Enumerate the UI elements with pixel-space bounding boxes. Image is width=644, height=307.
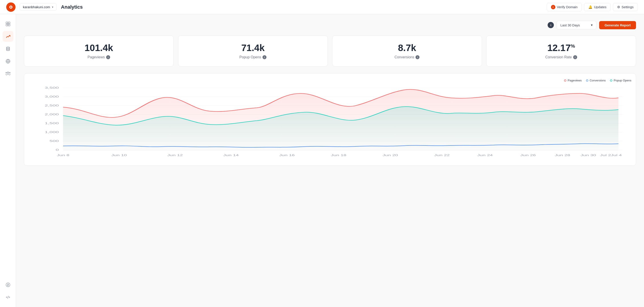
svg-text:2,500: 2,500	[45, 104, 59, 107]
svg-point-1	[10, 6, 12, 8]
settings-button[interactable]: ⚙ Settings	[613, 3, 638, 11]
sidebar-item-billing[interactable]	[3, 280, 13, 290]
svg-text:Jun 30: Jun 30	[580, 154, 596, 157]
svg-rect-2	[6, 22, 8, 24]
conversions-legend-label: Conversions	[590, 79, 606, 82]
svg-point-6	[6, 47, 10, 48]
info-icon: i	[551, 5, 556, 9]
svg-text:Jun 14: Jun 14	[223, 154, 239, 157]
legend-conversions: Conversions	[586, 79, 606, 82]
popup-legend-label: Popup Opens	[614, 79, 631, 82]
logo	[6, 2, 16, 12]
svg-point-9	[9, 72, 10, 73]
svg-text:3,500: 3,500	[45, 86, 59, 89]
popup-opens-info-icon[interactable]: i	[262, 55, 266, 59]
svg-line-12	[8, 296, 8, 299]
conversion-rate-value: 12.17%	[548, 43, 575, 53]
verify-domain-button[interactable]: i Verify Domain	[547, 3, 582, 11]
popup-legend-dot	[610, 79, 612, 82]
svg-text:Jun 16: Jun 16	[279, 154, 295, 157]
stat-card-conversion-rate: 12.17% Conversion Rate i	[486, 35, 636, 66]
stat-cards: 101.4k Pageviews i 71.4k Popup Opens i 8…	[24, 35, 636, 66]
pageviews-legend-dot	[564, 79, 566, 82]
chevron-down-icon: ▾	[52, 5, 53, 9]
chart-legend: Pageviews Conversions Popup Opens	[29, 79, 631, 82]
svg-text:1,000: 1,000	[45, 131, 59, 134]
legend-popup-opens: Popup Opens	[610, 79, 631, 82]
analytics-chart: 3,500 3,000 2,500 2,000 1,500 1,000 500 …	[29, 86, 631, 161]
sidebar-item-code[interactable]	[3, 292, 13, 303]
svg-text:Jun 18: Jun 18	[331, 154, 346, 157]
chart-container: Pageviews Conversions Popup Opens	[24, 73, 636, 166]
pageviews-legend-label: Pageviews	[568, 79, 582, 82]
updates-label: Updates	[594, 5, 606, 9]
domain-text: karanbhakuni.com	[23, 5, 50, 9]
conversions-value: 8.7k	[398, 43, 416, 53]
conversions-label: Conversions i	[394, 55, 420, 59]
pageviews-info-icon[interactable]: i	[106, 55, 110, 59]
svg-text:Jun 20: Jun 20	[382, 154, 398, 157]
stat-card-conversions: 8.7k Conversions i	[332, 35, 482, 66]
header: karanbhakuni.com ▾ Analytics i Verify Do…	[0, 0, 644, 14]
svg-point-8	[7, 72, 9, 73]
popup-opens-label: Popup Opens i	[240, 55, 266, 59]
svg-text:Jun 28: Jun 28	[555, 154, 570, 157]
svg-text:Jun 26: Jun 26	[520, 154, 536, 157]
sidebar-item-analytics[interactable]	[3, 31, 13, 42]
updates-button[interactable]: 🔔 Updates	[584, 3, 611, 11]
svg-rect-5	[8, 24, 10, 26]
svg-text:1,500: 1,500	[45, 122, 59, 125]
svg-point-10	[6, 72, 7, 73]
generate-report-button[interactable]: Generate Report	[599, 21, 636, 29]
stat-card-popup-opens: 71.4k Popup Opens i	[178, 35, 328, 66]
svg-text:0: 0	[56, 148, 59, 152]
sidebar-item-audience[interactable]	[3, 68, 13, 79]
conversion-rate-label: Conversion Rate i	[545, 55, 577, 59]
domain-selector[interactable]: karanbhakuni.com ▾	[20, 3, 57, 11]
date-range-selector[interactable]: Last 30 Days ▾	[556, 21, 596, 29]
content-area: i Last 30 Days ▾ Generate Report 101.4k …	[16, 14, 644, 307]
legend-pageviews: Pageviews	[564, 79, 582, 82]
sidebar-item-globe[interactable]	[3, 56, 13, 66]
date-range-label: Last 30 Days	[560, 23, 580, 27]
pageviews-value: 101.4k	[84, 43, 113, 53]
bell-icon: 🔔	[588, 5, 592, 9]
svg-text:2,000: 2,000	[45, 113, 59, 116]
svg-text:Jul 2: Jul 2	[600, 154, 611, 157]
svg-text:500: 500	[50, 140, 59, 143]
gear-icon: ⚙	[617, 5, 620, 9]
sidebar-item-dashboard[interactable]	[3, 19, 13, 29]
svg-text:Jun 10: Jun 10	[111, 154, 127, 157]
svg-text:3,000: 3,000	[45, 95, 59, 98]
generate-report-label: Generate Report	[604, 23, 631, 27]
main-layout: i Last 30 Days ▾ Generate Report 101.4k …	[0, 14, 644, 307]
pageviews-label: Pageviews i	[88, 55, 110, 59]
toolbar-info-icon[interactable]: i	[548, 22, 554, 28]
header-actions: i Verify Domain 🔔 Updates ⚙ Settings	[547, 3, 638, 11]
svg-rect-4	[6, 24, 8, 26]
verify-domain-label: Verify Domain	[557, 5, 578, 9]
conversions-info-icon[interactable]: i	[416, 55, 420, 59]
sidebar-item-database[interactable]	[3, 43, 13, 54]
conversion-rate-info-icon[interactable]: i	[573, 55, 577, 59]
svg-text:Jun 12: Jun 12	[167, 154, 183, 157]
svg-text:Jun 24: Jun 24	[477, 154, 493, 157]
page-title: Analytics	[61, 4, 547, 10]
popup-opens-value: 71.4k	[241, 43, 264, 53]
svg-text:Jul 4: Jul 4	[611, 154, 622, 157]
stat-card-pageviews: 101.4k Pageviews i	[24, 35, 174, 66]
conversions-legend-dot	[586, 79, 588, 82]
sidebar	[0, 14, 16, 307]
settings-label: Settings	[622, 5, 634, 9]
svg-text:Jun 8: Jun 8	[57, 154, 70, 157]
chevron-down-icon: ▾	[591, 23, 593, 27]
svg-text:Jun 22: Jun 22	[434, 154, 450, 157]
svg-rect-3	[8, 22, 10, 24]
toolbar-row: i Last 30 Days ▾ Generate Report	[24, 21, 636, 29]
